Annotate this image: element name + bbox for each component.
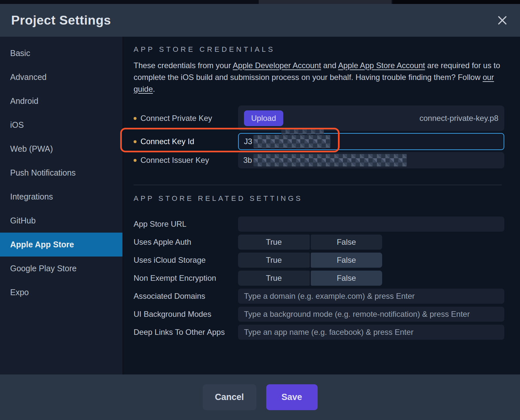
app-store-url-row: App Store URL [134,217,504,232]
modal-footer: Cancel Save [0,374,520,420]
sidebar-item-expo[interactable]: Expo [0,280,122,304]
uploaded-filename: connect-private-key.p8 [419,114,498,123]
modal-header: Project Settings [0,4,520,37]
connect-private-key-row: Connect Private Key Upload connect-priva… [134,105,504,131]
required-dot-icon [134,117,137,120]
description-text: and [321,61,338,70]
sidebar-item-advanced[interactable]: Advanced [0,65,122,89]
ui-background-modes-row: UI Background Modes [134,307,504,322]
description-text: . [153,85,155,93]
uses-icloud-storage-label: Uses iCloud Storage [134,256,238,265]
sidebar-item-basic[interactable]: Basic [0,41,122,65]
connect-private-key-label: Connect Private Key [134,114,238,123]
section-divider [134,185,502,185]
settings-content: APP STORE CREDENTIALS These credentials … [123,37,520,374]
ui-background-modes-label: UI Background Modes [134,310,238,319]
deep-links-row: Deep Links To Other Apps [134,325,504,340]
sidebar-item-google-play-store[interactable]: Google Play Store [0,257,122,280]
upload-button[interactable]: Upload [244,110,283,126]
ui-background-modes-input[interactable] [238,307,504,322]
settings-sidebar: Basic Advanced Android iOS Web (PWA) Pus… [0,37,123,374]
sidebar-item-android[interactable]: Android [0,89,122,113]
redacted-value [253,135,330,148]
background-strip-segment [259,0,392,4]
sidebar-item-push-notifications[interactable]: Push Notifications [0,161,122,185]
uses-icloud-storage-toggle: True False [238,253,382,268]
uses-apple-auth-row: Uses Apple Auth True False [134,235,504,250]
connect-key-id-label: Connect Key Id [134,137,238,146]
sidebar-item-apple-app-store[interactable]: Apple App Store [0,233,122,257]
uses-apple-auth-label: Uses Apple Auth [134,238,238,247]
connect-issuer-key-label: Connect Issuer Key [134,156,238,165]
uses-icloud-storage-true-option[interactable]: True [238,253,310,268]
associated-domains-row: Associated Domains [134,289,504,304]
connect-issuer-key-row: Connect Issuer Key 3b [134,152,504,168]
required-dot-icon [134,159,137,162]
issuer-key-visible-value: 3b [243,156,252,165]
required-dot-icon [134,140,137,143]
app-store-url-label: App Store URL [134,220,238,229]
connect-issuer-key-input[interactable]: 3b [238,152,504,168]
connect-key-id-row: Connect Key Id J3 [134,133,504,150]
connect-key-id-input[interactable]: J3 [238,133,504,150]
non-exempt-encryption-true-option[interactable]: True [238,271,310,286]
deep-links-label: Deep Links To Other Apps [134,328,238,337]
sidebar-item-web-pwa[interactable]: Web (PWA) [0,137,122,161]
section-heading-related-settings: APP STORE RELATED SETTINGS [134,194,504,203]
save-button[interactable]: Save [266,384,318,410]
close-icon[interactable] [496,14,509,27]
credentials-rows: Connect Private Key Upload connect-priva… [134,105,504,168]
background-strip-segment [393,0,520,4]
uses-apple-auth-toggle: True False [238,235,382,250]
non-exempt-encryption-row: Non Exempt Encryption True False [134,271,504,286]
associated-domains-input[interactable] [238,289,504,304]
cancel-button[interactable]: Cancel [203,384,256,410]
uses-icloud-storage-false-option[interactable]: False [311,253,382,268]
sidebar-item-ios[interactable]: iOS [0,113,122,137]
key-id-visible-value: J3 [244,137,252,146]
project-settings-modal: Project Settings Basic Advanced Android … [0,0,520,420]
redacted-value [281,129,324,134]
associated-domains-label: Associated Domains [134,292,238,301]
non-exempt-encryption-toggle: True False [238,271,382,286]
section-heading-credentials: APP STORE CREDENTIALS [134,45,504,54]
non-exempt-encryption-label: Non Exempt Encryption [134,274,238,283]
uses-apple-auth-false-option[interactable]: False [311,235,382,250]
credentials-description: These credentials from your Apple Develo… [134,60,504,95]
background-page-strip [0,0,520,4]
apple-developer-account-link[interactable]: Apple Developer Account [233,61,321,70]
redacted-value [253,154,407,166]
description-text: These credentials from your [134,61,233,70]
deep-links-input[interactable] [238,325,504,340]
app-store-url-input[interactable] [238,217,504,232]
connect-private-key-field: Upload connect-private-key.p8 [238,105,504,131]
page-title: Project Settings [11,13,111,28]
sidebar-item-github[interactable]: GitHub [0,209,122,233]
apple-app-store-account-link[interactable]: Apple App Store Account [338,61,425,70]
uses-apple-auth-true-option[interactable]: True [238,235,310,250]
non-exempt-encryption-false-option[interactable]: False [311,271,382,286]
sidebar-item-integrations[interactable]: Integrations [0,185,122,209]
uses-icloud-storage-row: Uses iCloud Storage True False [134,253,504,268]
